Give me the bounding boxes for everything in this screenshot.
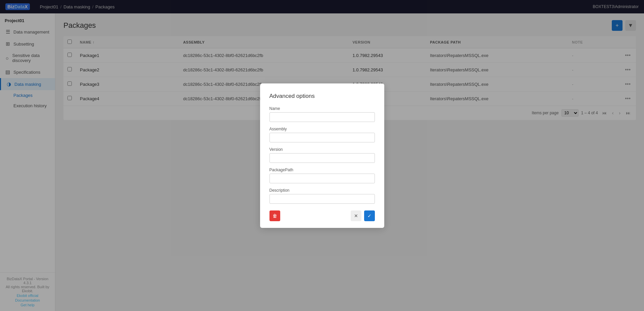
label-description: Description xyxy=(269,188,375,193)
form-group-name: Name xyxy=(269,106,375,122)
modal-title: Advanced options xyxy=(269,93,375,100)
input-version[interactable] xyxy=(269,153,375,163)
input-package-path[interactable] xyxy=(269,174,375,183)
confirm-button[interactable]: ✓ xyxy=(364,210,375,221)
delete-icon: 🗑 xyxy=(273,213,277,219)
modal-overlay[interactable]: Advanced options Name Assembly Version P… xyxy=(0,0,644,311)
form-group-version: Version xyxy=(269,147,375,163)
input-name[interactable] xyxy=(269,112,375,122)
input-description[interactable] xyxy=(269,194,375,204)
confirm-icon: ✓ xyxy=(367,213,371,219)
modal-footer: 🗑 ✕ ✓ xyxy=(269,210,375,221)
label-name: Name xyxy=(269,106,375,111)
cancel-button[interactable]: ✕ xyxy=(351,210,361,221)
delete-button[interactable]: 🗑 xyxy=(269,210,280,221)
label-version: Version xyxy=(269,147,375,152)
form-group-package-path: PackagePath xyxy=(269,168,375,183)
label-package-path: PackagePath xyxy=(269,168,375,172)
input-assembly[interactable] xyxy=(269,133,375,142)
modal-footer-right: ✕ ✓ xyxy=(351,210,375,221)
advanced-options-modal: Advanced options Name Assembly Version P… xyxy=(260,83,384,228)
form-group-assembly: Assembly xyxy=(269,127,375,142)
label-assembly: Assembly xyxy=(269,127,375,131)
form-group-description: Description xyxy=(269,188,375,204)
cancel-icon: ✕ xyxy=(354,213,358,219)
